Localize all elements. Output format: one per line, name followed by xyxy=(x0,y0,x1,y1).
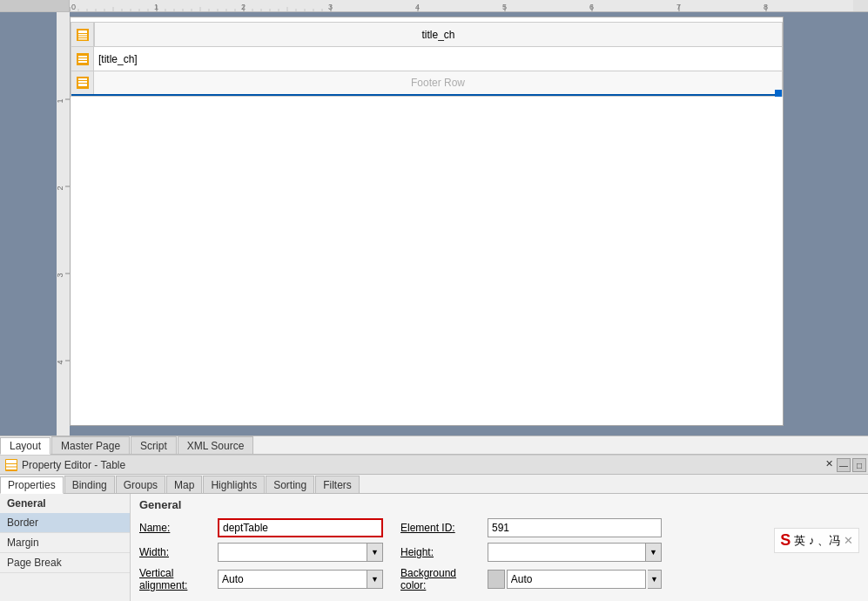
pe-header: Property Editor - Table ✕ — □ xyxy=(0,456,868,475)
pe-bgcolor-input[interactable] xyxy=(507,570,646,589)
pe-title: Property Editor - Table xyxy=(22,459,125,471)
pe-element-id-input[interactable] xyxy=(488,518,662,537)
pe-row-1: Name: Element ID: xyxy=(139,518,859,537)
pe-height-label: Height: xyxy=(400,546,479,558)
pe-valign-input-group: ▼ xyxy=(218,570,383,589)
pe-maximize-btn[interactable]: □ xyxy=(852,458,866,472)
svg-rect-58 xyxy=(78,36,87,37)
pe-content: General Border Margin Page Break General… xyxy=(0,494,868,601)
page-canvas[interactable]: title_ch [title_ch] xyxy=(70,12,868,436)
pe-tabs-bar: Properties Binding Groups Map Highlights… xyxy=(0,475,868,494)
pe-tab-filters[interactable]: Filters xyxy=(315,476,360,493)
svg-rect-46 xyxy=(57,12,70,436)
svg-rect-56 xyxy=(78,30,87,33)
pe-valign-input[interactable] xyxy=(218,570,367,589)
pe-row-3: Vertical alignment: ▼ Background color: … xyxy=(139,567,859,591)
top-ruler: 0 1 2 3 4 5 6 7 xyxy=(0,0,868,12)
row-footer-icon xyxy=(77,77,89,89)
page: title_ch [title_ch] xyxy=(70,17,784,426)
pe-sidebar: General Border Margin Page Break xyxy=(0,494,131,601)
pe-width-input-group: ▼ xyxy=(218,543,383,562)
property-editor: Property Editor - Table ✕ — □ Properties… xyxy=(0,455,868,601)
svg-text:1: 1 xyxy=(57,98,64,103)
table-header-row: title_ch xyxy=(71,23,782,47)
svg-text:3: 3 xyxy=(57,273,64,277)
pe-close-button[interactable]: ✕ xyxy=(825,458,833,469)
pe-bgcolor-swatch[interactable] xyxy=(488,570,505,589)
pe-sidebar-title: General xyxy=(0,494,130,513)
pe-width-label: Width: xyxy=(139,546,209,558)
pe-main: General Name: Element ID: Width: ▼ Heigh… xyxy=(131,494,868,601)
tab-xml-source[interactable]: XML Source xyxy=(178,436,254,454)
pe-sidebar-item-margin[interactable]: Margin xyxy=(0,533,130,553)
svg-rect-61 xyxy=(78,56,87,57)
pe-bgcolor-dropdown-btn[interactable]: ▼ xyxy=(648,570,662,589)
pe-row-2: Width: ▼ Height: ▼ xyxy=(139,543,859,562)
pe-minimize-btn[interactable]: — xyxy=(837,458,851,472)
watermark-close: ✕ xyxy=(844,534,853,547)
design-area: 0 1 2 3 4 5 6 7 xyxy=(0,0,868,436)
svg-rect-0 xyxy=(70,0,853,11)
bottom-tabs-bar: Layout Master Page Script XML Source xyxy=(0,436,868,455)
pe-section-title: General xyxy=(139,498,859,511)
pe-sidebar-item-border[interactable]: Border xyxy=(0,513,130,533)
pe-height-dropdown-btn[interactable]: ▼ xyxy=(646,543,662,562)
selection-handle[interactable] xyxy=(775,90,782,97)
svg-rect-62 xyxy=(78,58,87,60)
pe-name-label: Name: xyxy=(139,522,209,534)
pe-window-controls: — □ xyxy=(837,458,866,472)
svg-rect-66 xyxy=(78,81,87,83)
tab-layout[interactable]: Layout xyxy=(0,437,50,455)
left-ruler: 1 2 3 4 xyxy=(57,12,70,436)
pe-name-input[interactable] xyxy=(218,518,383,537)
tab-master-page[interactable]: Master Page xyxy=(51,436,130,454)
pe-table-icon xyxy=(4,458,18,472)
header-text: title_ch xyxy=(421,29,454,41)
pe-height-input-group: ▼ xyxy=(488,543,662,562)
pe-tab-properties[interactable]: Properties xyxy=(0,476,64,494)
row-data-icon xyxy=(77,53,89,65)
s-logo: S xyxy=(780,531,791,550)
svg-rect-57 xyxy=(78,34,87,36)
svg-text:4: 4 xyxy=(57,360,64,364)
svg-text:2: 2 xyxy=(57,186,64,190)
pe-tab-map[interactable]: Map xyxy=(166,476,202,493)
header-cell: title_ch xyxy=(94,23,782,46)
tab-script[interactable]: Script xyxy=(131,436,177,454)
footer-text: Footer Row xyxy=(411,77,465,89)
pe-height-input[interactable] xyxy=(488,543,646,562)
svg-rect-70 xyxy=(6,464,17,467)
svg-rect-65 xyxy=(78,78,87,80)
pe-bgcolor-input-group: ▼ xyxy=(488,570,662,589)
svg-rect-63 xyxy=(78,61,87,63)
watermark-text: 英 ♪ 、冯 xyxy=(794,533,840,549)
watermark: S 英 ♪ 、冯 ✕ xyxy=(774,528,859,553)
pe-tab-highlights[interactable]: Highlights xyxy=(203,476,265,493)
pe-valign-dropdown-btn[interactable]: ▼ xyxy=(367,570,383,589)
svg-rect-59 xyxy=(78,38,87,40)
data-cell: [title_ch] xyxy=(94,47,782,71)
pe-sidebar-item-page-break[interactable]: Page Break xyxy=(0,553,130,573)
row-header-icon xyxy=(77,29,89,41)
left-strip xyxy=(0,0,57,436)
table-footer-row: Footer Row xyxy=(71,71,782,96)
table-data-row: [title_ch] xyxy=(71,47,782,71)
pe-tab-binding[interactable]: Binding xyxy=(64,476,115,493)
svg-text:0: 0 xyxy=(71,3,76,11)
svg-rect-67 xyxy=(78,84,87,86)
table-container: title_ch [title_ch] xyxy=(71,22,783,97)
pe-element-id-label: Element ID: xyxy=(400,522,479,534)
svg-rect-69 xyxy=(6,460,17,463)
pe-tab-groups[interactable]: Groups xyxy=(116,476,165,493)
pe-tab-sorting[interactable]: Sorting xyxy=(266,476,314,493)
footer-cell: Footer Row xyxy=(94,71,782,94)
data-text: [title_ch] xyxy=(98,53,138,65)
pe-width-dropdown-btn[interactable]: ▼ xyxy=(367,543,383,562)
pe-bgcolor-label: Background color: xyxy=(400,567,479,591)
pe-valign-label: Vertical alignment: xyxy=(139,567,209,591)
svg-rect-71 xyxy=(6,467,17,469)
pe-width-input[interactable] xyxy=(218,543,367,562)
